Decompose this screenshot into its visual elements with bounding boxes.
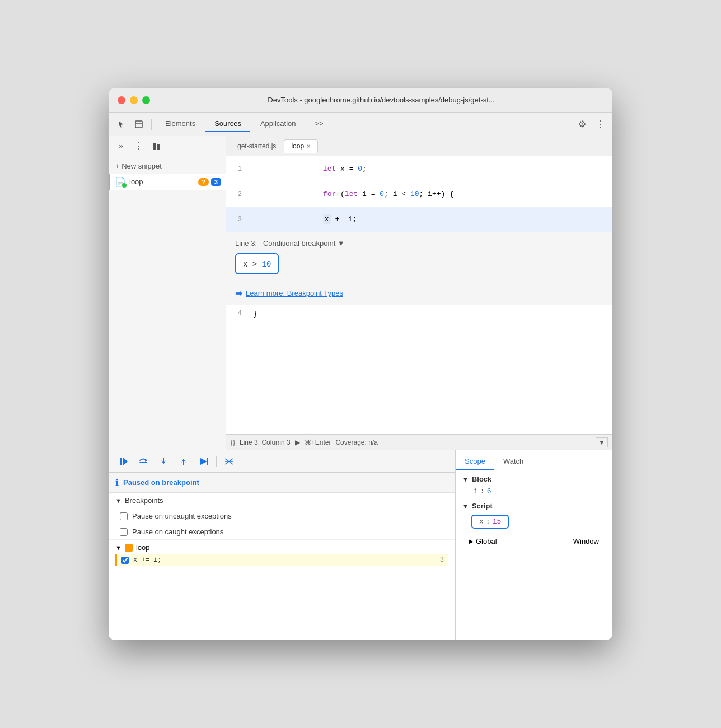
file-tab-close-icon[interactable]: × (306, 142, 311, 150)
breakpoints-title: Breakpoints (125, 496, 163, 505)
bottom-panel: ℹ Paused on breakpoint ▼ Breakpoints Pau… (109, 450, 612, 640)
scope-tab-scope[interactable]: Scope (456, 454, 494, 470)
history-icon[interactable] (149, 138, 165, 154)
tab-elements[interactable]: Elements (156, 116, 204, 132)
traffic-lights (118, 96, 150, 104)
breakpoint-type: Conditional breakpoint ▼ (263, 239, 345, 248)
green-dot (122, 183, 127, 188)
loop-snippet-item[interactable]: 📄 loop ? 3 (109, 174, 226, 190)
pause-caught-label: Pause on caught exceptions (132, 528, 223, 536)
snippet-icon-wrap: 📄 (115, 176, 126, 187)
line-num-2: 2 (226, 190, 249, 198)
breakpoint-condition-display: x > 10 (243, 260, 271, 269)
learn-more-label: Learn more: Breakpoint Types (246, 289, 343, 297)
scope-content: ▼ Block i : 6 ▼ Script (456, 470, 612, 640)
svg-marker-8 (161, 458, 166, 464)
loop-header[interactable]: ▼ loop (115, 543, 448, 552)
pause-uncaught-row: Pause on uncaught exceptions (109, 508, 455, 524)
script-label: Script (472, 502, 493, 510)
close-button[interactable] (118, 96, 125, 104)
run-label: ⌘+Enter (305, 438, 331, 446)
more-sidebar-icon[interactable]: ⋮ (131, 138, 147, 154)
svg-marker-4 (120, 458, 122, 465)
scope-var-x-highlighted: x : 15 (471, 515, 509, 529)
step-into-button[interactable] (156, 454, 171, 469)
debug-left-panel: ℹ Paused on breakpoint ▼ Breakpoints Pau… (109, 450, 456, 640)
format-icon[interactable]: {} (231, 438, 235, 446)
line-num-1: 1 (226, 165, 249, 173)
file-tab-get-started[interactable]: get-started.js (231, 140, 283, 152)
code-line-4: 4 } (226, 307, 612, 320)
code-line-2: 2 for (let i = 0; i < 10; i++) { (226, 181, 612, 207)
info-icon: ℹ (115, 477, 119, 488)
more-icon[interactable]: ⋮ (592, 116, 608, 132)
panel-icon[interactable] (131, 116, 147, 132)
coverage-icon[interactable]: ▼ (596, 437, 608, 447)
svg-rect-2 (153, 143, 156, 150)
new-snippet-button[interactable]: + New snippet (109, 158, 226, 174)
breakpoints-section-header[interactable]: ▼ Breakpoints (109, 493, 455, 508)
global-row[interactable]: ▶ Global Window (462, 535, 606, 547)
line-content-1: let x = 0; (249, 156, 612, 181)
breakpoint-line-label: Line 3: (235, 239, 257, 248)
resume-button[interactable] (115, 454, 131, 469)
tab-sources[interactable]: Sources (205, 116, 250, 132)
position-label: Line 3, Column 3 (240, 438, 291, 446)
breakpoint-popup: Line 3: Conditional breakpoint ▼ x > 10 … (226, 232, 612, 305)
loop-name: loop (136, 543, 150, 552)
code-line-3: 3 x += i; (226, 207, 612, 232)
tab-more[interactable]: >> (306, 116, 333, 132)
line-num-4: 4 (226, 310, 249, 318)
step-out-button[interactable] (176, 454, 191, 469)
expand-icon[interactable]: » (113, 138, 129, 154)
global-arrow: ▶ (469, 538, 474, 544)
global-label: Global (476, 537, 497, 545)
cursor-icon[interactable] (113, 116, 129, 132)
sidebar: » ⋮ + New snippet 📄 loop (109, 136, 226, 450)
breakpoint-line-item: x += i; 3 (115, 554, 448, 566)
deactivate-breakpoints-button[interactable] (221, 454, 237, 469)
learn-more-link[interactable]: ➡ Learn more: Breakpoint Types (235, 288, 603, 298)
pause-uncaught-checkbox[interactable] (120, 512, 128, 520)
editor-area: get-started.js loop × 1 let x = (226, 136, 612, 450)
file-tab-loop[interactable]: loop × (284, 139, 318, 153)
paused-banner: ℹ Paused on breakpoint (109, 473, 455, 493)
step-over-button[interactable] (135, 454, 151, 469)
sidebar-toolbar: » ⋮ (109, 136, 226, 156)
file-tabs: get-started.js loop × (226, 136, 612, 156)
bp-code: x += i; (133, 556, 440, 564)
minimize-button[interactable] (130, 96, 138, 104)
file-tab-label-loop: loop (291, 142, 304, 150)
debug-toolbar (109, 450, 455, 473)
code-lines: 1 let x = 0; 2 for (let i = 0; i < 10; i… (226, 156, 612, 434)
tab-application[interactable]: Application (251, 116, 305, 132)
line-content-4: } (249, 310, 612, 318)
bp-lineno: 3 (440, 556, 444, 564)
scope-global-section: ▶ Global Window (462, 535, 606, 547)
line-content-3: x += i; (249, 207, 612, 232)
settings-icon[interactable]: ⚙ (574, 116, 590, 132)
line-content-2: for (let i = 0; i < 10; i++) { (249, 181, 612, 207)
global-value: Window (573, 537, 599, 545)
pause-caught-checkbox[interactable] (120, 528, 128, 536)
scope-tab-watch[interactable]: Watch (494, 454, 532, 470)
debug-divider (216, 456, 217, 467)
var-i-name: i (474, 487, 478, 496)
bp-checkbox[interactable] (121, 557, 129, 564)
tab-nav: Elements Sources Application >> (156, 116, 572, 132)
snippet-badge: ? (198, 178, 209, 186)
toolbar-right: ⚙ ⋮ (574, 116, 608, 132)
scope-script-header[interactable]: ▼ Script (462, 502, 606, 510)
loop-section: ▼ loop x += i; 3 (109, 540, 455, 570)
breakpoint-input-wrap[interactable]: x > 10 (235, 253, 279, 274)
status-bar: {} Line 3, Column 3 ▶ ⌘+Enter Coverage: … (226, 434, 612, 450)
step-button[interactable] (196, 454, 212, 469)
var-i-value: 6 (487, 487, 491, 496)
var-i-colon: : (480, 487, 485, 496)
scope-block-header[interactable]: ▼ Block (462, 475, 606, 483)
maximize-button[interactable] (142, 96, 150, 104)
section-arrow: ▼ (115, 497, 121, 504)
run-icon: ▶ (295, 438, 300, 446)
svg-marker-5 (123, 458, 128, 465)
snippet-lineno: 3 (211, 178, 221, 186)
